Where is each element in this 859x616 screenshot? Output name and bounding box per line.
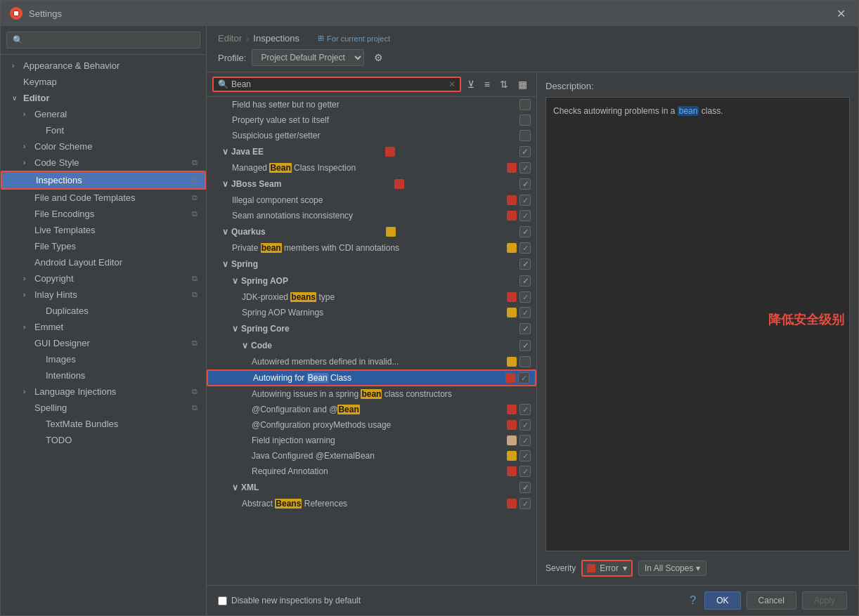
disable-inspections-checkbox[interactable] [218, 596, 227, 605]
checkbox[interactable] [519, 114, 531, 126]
list-item-selected[interactable]: Autowiring for Bean Class [207, 369, 536, 386]
expand-button[interactable]: ≡ [481, 77, 493, 91]
sidebar-item-langinjections[interactable]: › Language Injections ⧉ [1, 384, 206, 400]
sidebar-item-font[interactable]: Font [1, 122, 206, 138]
sidebar-item-colorscheme[interactable]: › Color Scheme [1, 138, 206, 155]
profile-select[interactable]: Project Default Project [252, 49, 364, 66]
list-item[interactable]: Required Annotation [207, 464, 536, 479]
list-item[interactable]: Spring AOP Warnings [207, 305, 536, 320]
inspections-toolbar: 🔍 ✕ ⊻ ≡ ⇅ ▦ [207, 72, 536, 97]
sidebar-item-fileencodings[interactable]: File Encodings ⧉ [1, 206, 206, 222]
sidebar-item-label: Language Injections [34, 386, 116, 397]
group-item-quarkus[interactable]: ∨ Quarkus [207, 223, 536, 240]
group-item-javaee[interactable]: ∨ Java EE [207, 143, 536, 160]
chinese-annotation: 降低安全级别 [768, 311, 844, 328]
sidebar-item-guidesigner[interactable]: GUI Designer ⧉ [1, 335, 206, 351]
sidebar-search-input[interactable] [6, 32, 200, 48]
arrow-icon: › [23, 275, 32, 282]
list-item[interactable]: Field injection warning [207, 433, 536, 448]
group-checkbox[interactable] [519, 226, 531, 237]
group-checkbox[interactable] [519, 178, 531, 190]
list-item[interactable]: JDK-proxied beans type [207, 289, 536, 305]
sidebar-item-appearance[interactable]: › Appearance & Behavior [1, 58, 206, 74]
list-item[interactable]: Private bean members with CDI annotation… [207, 240, 536, 256]
sidebar-item-inlayhints[interactable]: › Inlay Hints ⧉ [1, 287, 206, 303]
list-item[interactable]: @Configuration proxyMethods usage [207, 417, 536, 433]
group-checkbox[interactable] [519, 323, 531, 334]
list-item[interactable]: Autowired members defined in invalid... [207, 354, 536, 369]
checkbox[interactable] [519, 307, 531, 318]
copy-icon: ⧉ [192, 274, 198, 283]
apply-button[interactable]: Apply [802, 591, 847, 610]
list-item[interactable]: Illegal component scope [207, 192, 536, 208]
sidebar-item-label: Android Layout Editor [34, 257, 122, 268]
sidebar-item-textmatebundles[interactable]: TextMate Bundles [1, 416, 206, 432]
checkbox[interactable] [519, 404, 531, 415]
checkbox[interactable] [518, 372, 529, 384]
group-item-springaop[interactable]: ∨ Spring AOP [207, 273, 536, 289]
checkbox[interactable] [519, 210, 531, 221]
list-item[interactable]: Managed Bean Class Inspection [207, 160, 536, 176]
collapse-button[interactable]: ⇅ [496, 77, 512, 91]
sidebar-item-intentions[interactable]: Intentions [1, 367, 206, 384]
checkbox[interactable] [519, 498, 531, 509]
checkbox[interactable] [519, 195, 531, 206]
filter-button[interactable]: ⊻ [464, 77, 478, 91]
group-item-jbossseam[interactable]: ∨ JBoss Seam [207, 176, 536, 192]
group-checkbox[interactable] [519, 340, 531, 351]
clear-icon[interactable]: ✕ [448, 79, 456, 89]
project-link[interactable]: ⊞ For current project [318, 34, 390, 43]
sidebar-item-codestyle[interactable]: › Code Style ⧉ [1, 155, 206, 171]
scope-dropdown[interactable]: In All Scopes ▾ [638, 561, 706, 576]
sidebar-item-editor[interactable]: ∨ Editor [1, 90, 206, 106]
cancel-button[interactable]: Cancel [747, 591, 796, 610]
group-checkbox[interactable] [519, 258, 531, 270]
checkbox[interactable] [519, 450, 531, 461]
help-icon[interactable]: ? [690, 594, 696, 607]
collapse-arrow: ∨ [222, 147, 228, 157]
sidebar-item-copyright[interactable]: › Copyright ⧉ [1, 270, 206, 287]
checkbox[interactable] [519, 242, 531, 254]
checkbox[interactable] [519, 162, 531, 173]
sidebar-item-todo[interactable]: TODO [1, 432, 206, 448]
group-checkbox[interactable] [519, 482, 531, 493]
severity-dropdown[interactable]: Error ▾ [583, 561, 631, 575]
checkbox[interactable] [519, 435, 531, 446]
list-item[interactable]: Property value set to itself [207, 112, 536, 128]
checkbox[interactable] [519, 130, 531, 141]
inspection-search-input[interactable] [231, 79, 448, 89]
group-button[interactable]: ▦ [515, 77, 531, 91]
list-item[interactable]: Abstract Beans References [207, 496, 536, 511]
group-item-springcore[interactable]: ∨ Spring Core [207, 320, 536, 337]
gear-button[interactable]: ⚙ [370, 51, 387, 65]
checkbox[interactable] [519, 99, 531, 110]
sidebar-item-keymap[interactable]: Keymap [1, 74, 206, 90]
sidebar-item-general[interactable]: › General [1, 106, 206, 122]
list-item[interactable]: Autowiring issues in a spring bean class… [207, 386, 536, 402]
list-item[interactable]: Suspicious getter/setter [207, 128, 536, 143]
sidebar-item-duplicates[interactable]: Duplicates [1, 303, 206, 319]
list-item[interactable]: Java Configured @ExternalBean [207, 448, 536, 464]
list-item[interactable]: Field has setter but no getter [207, 97, 536, 112]
checkbox[interactable] [519, 356, 531, 367]
group-checkbox[interactable] [519, 146, 531, 157]
sidebar-item-emmet[interactable]: › Emmet [1, 319, 206, 335]
group-item-code[interactable]: ∨ Code [207, 337, 536, 354]
checkbox[interactable] [519, 291, 531, 303]
group-checkbox[interactable] [519, 275, 531, 287]
sidebar-item-spelling[interactable]: Spelling ⧉ [1, 400, 206, 416]
list-item[interactable]: Seam annotations inconsistency [207, 208, 536, 223]
sidebar-item-livetemplates[interactable]: Live Templates [1, 222, 206, 238]
checkbox[interactable] [519, 466, 531, 477]
sidebar-item-images[interactable]: Images [1, 351, 206, 367]
list-item[interactable]: @Configuration and @Bean [207, 402, 536, 417]
sidebar-item-androidlayout[interactable]: Android Layout Editor [1, 254, 206, 270]
sidebar-item-filecodetemplates[interactable]: File and Code Templates ⧉ [1, 190, 206, 206]
group-item-xml[interactable]: ∨ XML [207, 479, 536, 496]
sidebar-item-inspections[interactable]: Inspections ⧉ [1, 171, 206, 190]
ok-button[interactable]: OK [704, 591, 740, 610]
sidebar-item-filetypes[interactable]: File Types [1, 238, 206, 254]
checkbox[interactable] [519, 419, 531, 431]
group-item-spring[interactable]: ∨ Spring [207, 256, 536, 273]
close-button[interactable]: ✕ [832, 6, 850, 22]
